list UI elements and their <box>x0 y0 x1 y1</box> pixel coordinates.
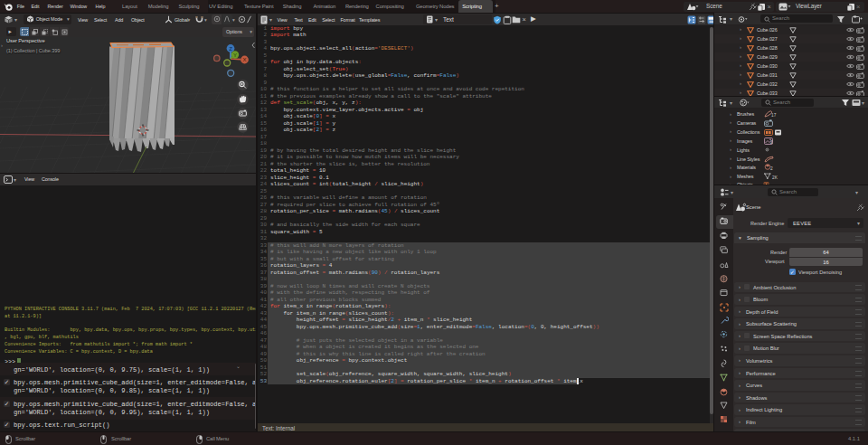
svg-text:Y: Y <box>233 52 237 58</box>
svg-text:Z: Z <box>229 46 232 52</box>
svg-text:X: X <box>242 57 246 62</box>
